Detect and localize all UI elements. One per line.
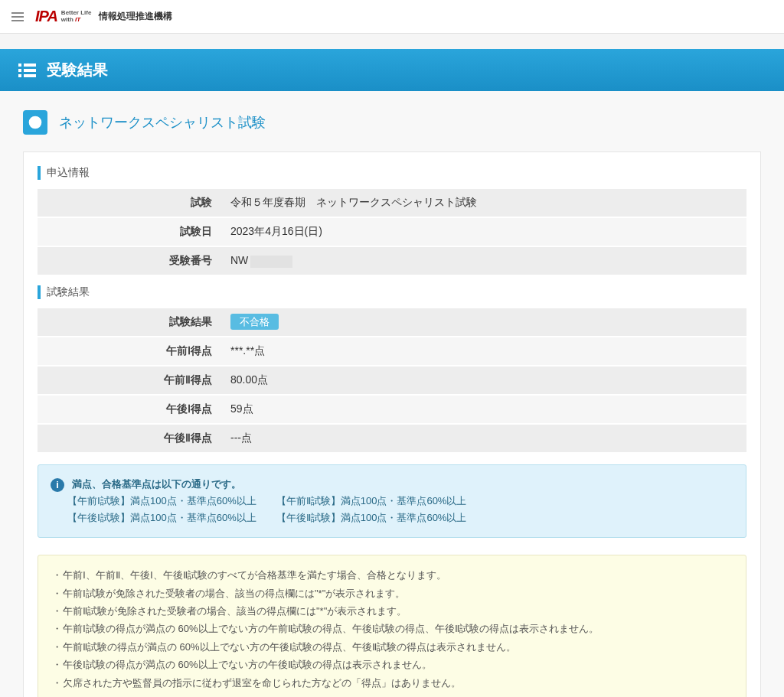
list-icon <box>18 64 36 77</box>
table-row: 試験結果 不合格 <box>38 308 746 337</box>
row-label: 午前Ⅱ得点 <box>38 366 221 395</box>
row-label: 試験結果 <box>38 308 221 337</box>
note-item: 午前Ⅰ試験が免除された受験者の場合、該当の得点欄には"*"が表示されます。 <box>52 585 732 602</box>
row-value: 59点 <box>221 395 746 424</box>
top-header: IPA Better Life with IT 情報処理推進機構 <box>0 0 784 34</box>
result-badge: 不合格 <box>230 314 279 330</box>
application-info-table: 試験 令和５年度春期 ネットワークスペシャリスト試験 試験日 2023年4月16… <box>38 189 746 276</box>
result-table: 試験結果 不合格 午前Ⅰ得点 ***.**点 午前Ⅱ得点 80.00点 午後Ⅰ得… <box>38 308 746 454</box>
application-info-heading: 申込情報 <box>38 166 746 180</box>
note-item: 午後Ⅰ試験の得点が満点の 60%以上でない方の午後Ⅱ試験の得点は表示されません。 <box>52 656 732 673</box>
row-value: ***.**点 <box>221 337 746 366</box>
table-row: 受験番号 NWxxxx <box>38 246 746 275</box>
table-row: 午前Ⅰ得点 ***.**点 <box>38 337 746 366</box>
clock-icon <box>23 110 47 135</box>
page-title-bar: 受験結果 <box>0 49 784 91</box>
info-heading: 満点、合格基準点は以下の通りです。 <box>72 478 241 490</box>
org-name: 情報処理推進機構 <box>99 10 172 23</box>
info-line: 【午後Ⅰ試験】満点100点・基準点60%以上 【午後Ⅱ試験】満点100点・基準点… <box>51 510 733 526</box>
note-item: 午前Ⅱ試験が免除された受験者の場合、該当の得点欄には"*"が表示されます。 <box>52 602 732 620</box>
results-card: 申込情報 試験 令和５年度春期 ネットワークスペシャリスト試験 試験日 2023… <box>23 151 761 697</box>
notes-box: 午前Ⅰ、午前Ⅱ、午後Ⅰ、午後Ⅱ試験のすべてが合格基準を満たす場合、合格となります… <box>38 555 746 697</box>
row-label: 午前Ⅰ得点 <box>38 337 221 366</box>
row-value: 80.00点 <box>221 366 746 395</box>
exam-title: ネットワークスペシャリスト試験 <box>59 113 266 132</box>
logo-tagline: Better Life with IT <box>61 10 92 24</box>
table-row: 試験 令和５年度春期 ネットワークスペシャリスト試験 <box>38 189 746 217</box>
logo-main: IPA <box>35 8 57 25</box>
content-area: ネットワークスペシャリスト試験 申込情報 試験 令和５年度春期 ネットワークスペ… <box>0 91 784 697</box>
table-row: 午後Ⅰ得点 59点 <box>38 395 746 424</box>
info-line: 【午前Ⅰ試験】満点100点・基準点60%以上 【午前Ⅱ試験】満点100点・基準点… <box>51 493 733 510</box>
row-label: 午後Ⅰ得点 <box>38 395 221 424</box>
note-item: 午前Ⅱ試験の得点が満点の 60%以上でない方の午後Ⅰ試験の得点、午後Ⅱ試験の得点… <box>52 638 732 656</box>
criteria-info-box: i 満点、合格基準点は以下の通りです。 【午前Ⅰ試験】満点100点・基準点60%… <box>38 464 746 538</box>
note-item: 欠席された方や監督員の指示に従わず退室を命じられた方などの「得点」はありません。 <box>52 674 732 692</box>
row-value: 2023年4月16日(日) <box>221 217 746 246</box>
row-value: ---点 <box>221 424 746 453</box>
row-value: 令和５年度春期 ネットワークスペシャリスト試験 <box>221 189 746 217</box>
logo[interactable]: IPA Better Life with IT 情報処理推進機構 <box>35 8 172 25</box>
hamburger-menu-icon[interactable] <box>11 12 24 21</box>
section-header: ネットワークスペシャリスト試験 <box>23 110 761 135</box>
row-value: 不合格 <box>221 308 746 337</box>
row-label: 受験番号 <box>38 246 221 275</box>
exam-number-value: NWxxxx <box>221 246 746 275</box>
table-row: 試験日 2023年4月16日(日) <box>38 217 746 246</box>
row-label: 試験 <box>38 189 221 217</box>
result-heading: 試験結果 <box>38 285 746 299</box>
table-row: 午前Ⅱ得点 80.00点 <box>38 366 746 395</box>
row-label: 午後Ⅱ得点 <box>38 424 221 453</box>
row-label: 試験日 <box>38 217 221 246</box>
info-icon: i <box>51 478 64 492</box>
note-item: 午前Ⅰ、午前Ⅱ、午後Ⅰ、午後Ⅱ試験のすべてが合格基準を満たす場合、合格となります… <box>52 566 732 584</box>
table-row: 午後Ⅱ得点 ---点 <box>38 424 746 453</box>
redacted-area: xxxx <box>250 256 292 268</box>
page-title: 受験結果 <box>47 60 108 80</box>
note-item: 午前Ⅰ試験の得点が満点の 60%以上でない方の午前Ⅱ試験の得点、午後Ⅰ試験の得点… <box>52 620 732 637</box>
